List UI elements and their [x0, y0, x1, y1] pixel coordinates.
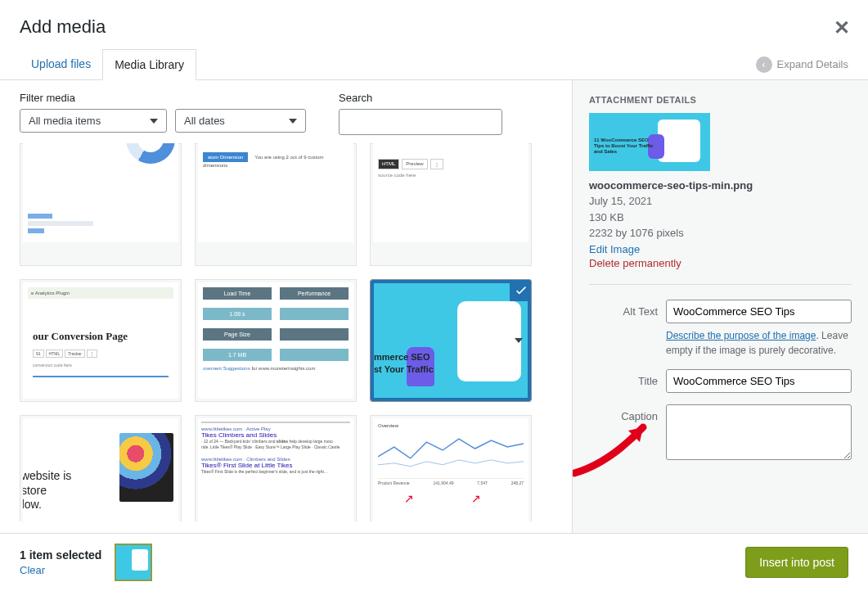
media-thumb[interactable]: website is storedow.	[20, 415, 182, 521]
expand-details-label: Expand Details	[777, 58, 848, 70]
media-thumb[interactable]: e Analytics Plugin our Conversion Page 9…	[20, 279, 182, 402]
expand-details-button[interactable]: ‹ Expand Details	[756, 56, 848, 73]
title-input[interactable]	[666, 369, 852, 393]
alt-text-label: Alt Text	[589, 300, 658, 318]
filter-media-type-select[interactable]: All media items	[20, 109, 167, 133]
thumb-text: website is storedow.	[23, 469, 71, 512]
modal-title: Add media	[20, 16, 848, 38]
modal-footer: 1 item selected Clear Insert into post	[0, 533, 868, 591]
tabs: Upload files Media Library	[20, 49, 196, 79]
attachment-dimensions: 2232 by 1076 pixels	[589, 225, 852, 241]
filter-media-label: Filter media	[20, 92, 306, 104]
arrow-icon: ↗	[404, 492, 414, 505]
search-label: Search	[339, 92, 502, 104]
donut-chart-icon	[126, 143, 175, 164]
clear-selection-link[interactable]: Clear	[20, 564, 101, 576]
media-gallery[interactable]: atom Dimension You are using 2 out of 9 …	[20, 143, 569, 521]
attachment-preview: 11 WooCommerce SEOTips to Boost Your Tra…	[589, 113, 710, 171]
selection-count: 1 item selected	[20, 548, 101, 562]
alt-text-input[interactable]	[666, 300, 852, 323]
insert-into-post-button[interactable]: Insert into post	[745, 547, 848, 578]
media-thumb-selected[interactable]: mmerce SEOst Your Traffic	[370, 279, 532, 402]
tab-media-library[interactable]: Media Library	[102, 49, 196, 80]
filter-dates-select[interactable]: All dates	[175, 109, 306, 133]
caption-input[interactable]	[666, 404, 852, 460]
line-chart-icon	[378, 430, 524, 472]
divider	[589, 284, 852, 285]
arrow-icon: ↗	[471, 492, 481, 505]
edit-image-link[interactable]: Edit Image	[589, 243, 640, 255]
tab-upload-files[interactable]: Upload files	[20, 49, 102, 79]
attachment-date: July 15, 2021	[589, 193, 852, 210]
caption-label: Caption	[589, 404, 658, 422]
alt-text-help: Describe the purpose of the image. Leave…	[666, 328, 852, 358]
attachment-details-heading: ATTACHMENT DETAILS	[589, 95, 852, 105]
close-icon[interactable]: ✕	[834, 16, 850, 39]
thumb-heading: our Conversion Page	[33, 330, 169, 343]
attachment-filesize: 130 KB	[589, 210, 852, 226]
search-input[interactable]	[339, 109, 502, 135]
photo-icon	[119, 433, 173, 502]
check-icon[interactable]	[510, 279, 532, 301]
media-thumb[interactable]	[20, 143, 182, 266]
delete-permanently-link[interactable]: Delete permanently	[589, 257, 681, 269]
chevron-left-icon: ‹	[756, 56, 772, 73]
media-thumb[interactable]: www.littletikes.com · Active Play Tikes …	[195, 415, 357, 521]
media-thumb[interactable]: atom Dimension You are using 2 out of 9 …	[195, 143, 357, 266]
describe-image-link[interactable]: Describe the purpose of the image	[666, 330, 816, 341]
media-thumb[interactable]: Load Time Performance 1.08 s Page Size 1…	[195, 279, 357, 402]
media-thumb[interactable]: HTML Preview ⋮ source code here	[370, 143, 532, 266]
title-label: Title	[589, 369, 658, 387]
media-thumb[interactable]: Overview ↗ ↗ Product Revenue141,904,497,…	[370, 415, 532, 521]
thumb-text: mmerce SEOst Your Traffic	[374, 351, 434, 375]
attachment-details-panel: ATTACHMENT DETAILS 11 WooCommerce SEOTip…	[572, 80, 868, 533]
selection-thumb[interactable]	[115, 544, 152, 581]
attachment-filename: woocommerce-seo-tips-min.png	[589, 179, 852, 192]
phone-illustration-icon	[457, 301, 521, 381]
